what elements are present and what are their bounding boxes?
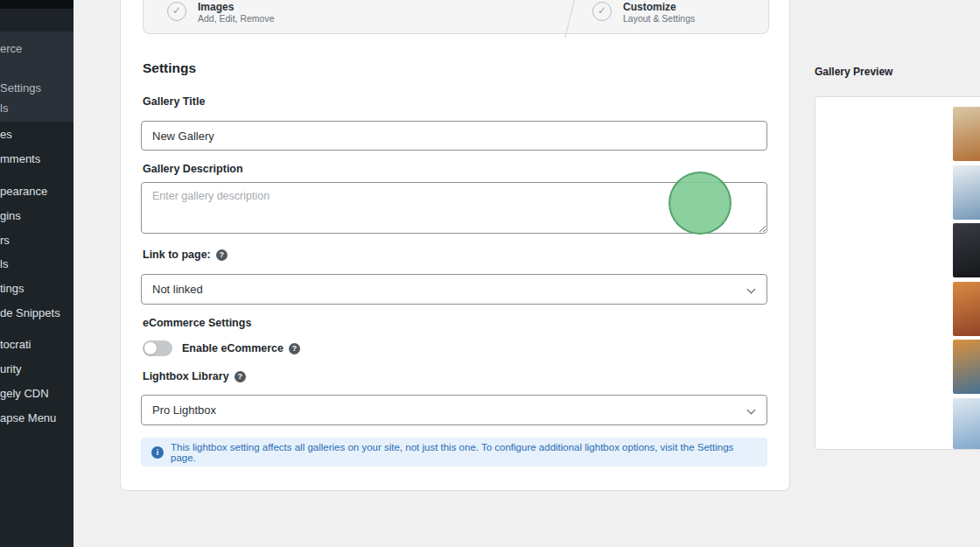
ecommerce-section-label: eCommerce Settings	[143, 317, 251, 329]
settings-heading: Settings	[143, 60, 196, 76]
link-to-page-label: Link to page:	[143, 249, 211, 261]
preview-thumbnail[interactable]	[953, 107, 980, 161]
info-icon: i	[151, 446, 164, 459]
admin-topbar	[0, 0, 74, 9]
sidebar-item-collapse-menu[interactable]: apse Menu	[0, 410, 74, 427]
check-icon: ✓	[598, 4, 606, 17]
enable-ecommerce-row: Enable eCommerce ?	[182, 342, 300, 354]
preview-thumbnail[interactable]	[953, 340, 980, 394]
sidebar-item-pages[interactable]: es	[0, 126, 74, 144]
sidebar-item-appearance[interactable]: pearance	[0, 183, 74, 200]
chevron-down-icon	[747, 406, 756, 415]
lightbox-library-select[interactable]: Pro Lightbox	[141, 395, 767, 425]
chevron-down-icon	[747, 285, 756, 294]
sidebar-item[interactable]: ls	[0, 100, 74, 117]
sidebar-item-settings[interactable]: Settings	[0, 80, 74, 97]
gallery-title-input[interactable]	[141, 121, 767, 151]
sidebar-item-cdn[interactable]: gely CDN	[0, 385, 74, 403]
help-icon[interactable]: ?	[216, 249, 228, 261]
step-customize-subtitle: Layout & Settings	[623, 13, 695, 24]
link-to-page-selected-value: Not linked	[152, 283, 203, 296]
step-images-check: ✓	[167, 2, 186, 21]
help-icon[interactable]: ?	[289, 343, 300, 354]
sidebar-item-security[interactable]: urity	[0, 361, 74, 378]
gallery-description-label: Gallery Description	[143, 163, 243, 175]
gallery-title-label: Gallery Title	[143, 95, 205, 108]
preview-thumbnail[interactable]	[953, 282, 980, 336]
sidebar-item-plugins[interactable]: gins	[0, 207, 74, 225]
sidebar-item-photocrati[interactable]: tocrati	[0, 336, 74, 354]
lightbox-library-row: Lightbox Library ?	[143, 370, 246, 382]
sidebar-item[interactable]: erce	[0, 40, 74, 58]
lightbox-selected-value: Pro Lightbox	[152, 403, 216, 417]
preview-thumbnail[interactable]	[953, 398, 980, 449]
lightbox-notice-text: This lightbox setting affects all galler…	[171, 442, 757, 463]
link-to-page-row: Link to page: ?	[143, 249, 228, 261]
enable-ecommerce-label: Enable eCommerce	[182, 342, 284, 354]
sidebar-item-code-snippets[interactable]: de Snippets	[0, 305, 74, 322]
sidebar-item-users[interactable]: rs	[0, 232, 74, 249]
help-icon[interactable]: ?	[234, 371, 246, 382]
step-images-title[interactable]: Images	[198, 1, 234, 13]
link-to-page-select[interactable]: Not linked	[141, 274, 767, 305]
lightbox-notice: i This lightbox setting affects all gall…	[141, 438, 767, 466]
gallery-preview-heading: Gallery Preview	[815, 66, 892, 78]
step-images-subtitle: Add, Edit, Remove	[198, 13, 275, 24]
toggle-knob	[144, 342, 157, 354]
enable-ecommerce-toggle[interactable]	[143, 340, 172, 356]
sidebar-item-settings-main[interactable]: tings	[0, 280, 74, 298]
lightbox-library-label: Lightbox Library	[143, 370, 229, 382]
check-icon: ✓	[172, 4, 181, 17]
step-customize-check: ✓	[592, 2, 612, 21]
step-customize-title[interactable]: Customize	[623, 1, 676, 13]
sidebar-item-comments[interactable]: mments	[0, 151, 74, 168]
preview-thumbnail[interactable]	[953, 165, 980, 220]
preview-thumbnail[interactable]	[953, 223, 980, 277]
sidebar-item-tools[interactable]: ls	[0, 256, 74, 273]
click-highlight-cursor	[668, 172, 732, 235]
